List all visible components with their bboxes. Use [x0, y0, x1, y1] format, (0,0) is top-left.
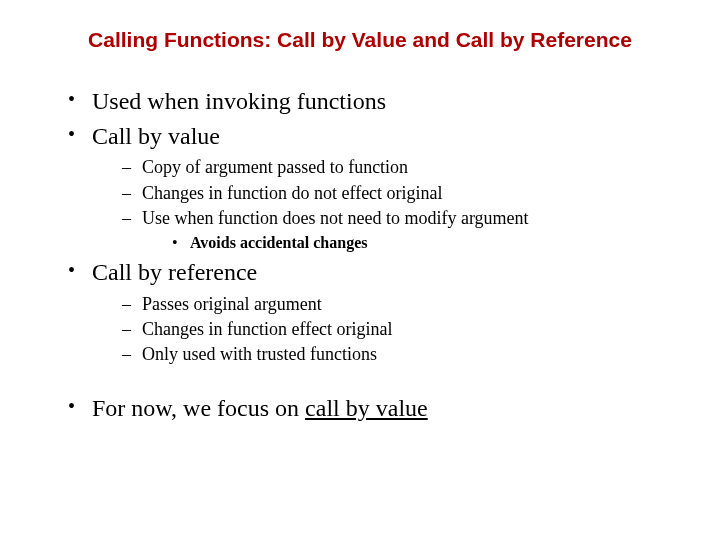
bullet-call-by-value: Call by value Copy of argument passed to… — [68, 121, 680, 253]
bullet-list-2: For now, we focus on call by value — [40, 393, 680, 424]
bullet-focus: For now, we focus on call by value — [68, 393, 680, 424]
bullet-list: Used when invoking functions Call by val… — [40, 86, 680, 367]
bullet-focus-underline: call by value — [305, 395, 428, 421]
bullet-used-when: Used when invoking functions — [68, 86, 680, 117]
cbv-changes: Changes in function do not effect origin… — [122, 182, 680, 205]
cbv-sub-sublist: Avoids accidental changes — [142, 233, 680, 254]
slide: Calling Functions: Call by Value and Cal… — [0, 0, 720, 540]
cbv-avoids: Avoids accidental changes — [172, 233, 680, 254]
cbv-sublist: Copy of argument passed to function Chan… — [92, 156, 680, 253]
bullet-call-by-reference: Call by reference Passes original argume… — [68, 257, 680, 366]
cbr-passes: Passes original argument — [122, 293, 680, 316]
bullet-focus-pre: For now, we focus on — [92, 395, 305, 421]
cbv-use-when: Use when function does not need to modif… — [122, 207, 680, 253]
slide-title: Calling Functions: Call by Value and Cal… — [40, 28, 680, 52]
bullet-call-by-reference-text: Call by reference — [92, 259, 257, 285]
cbr-changes: Changes in function effect original — [122, 318, 680, 341]
cbr-sublist: Passes original argument Changes in func… — [92, 293, 680, 367]
cbv-copy: Copy of argument passed to function — [122, 156, 680, 179]
spacer — [40, 371, 680, 393]
cbr-trusted: Only used with trusted functions — [122, 343, 680, 366]
bullet-call-by-value-text: Call by value — [92, 123, 220, 149]
cbv-use-when-text: Use when function does not need to modif… — [142, 208, 529, 228]
